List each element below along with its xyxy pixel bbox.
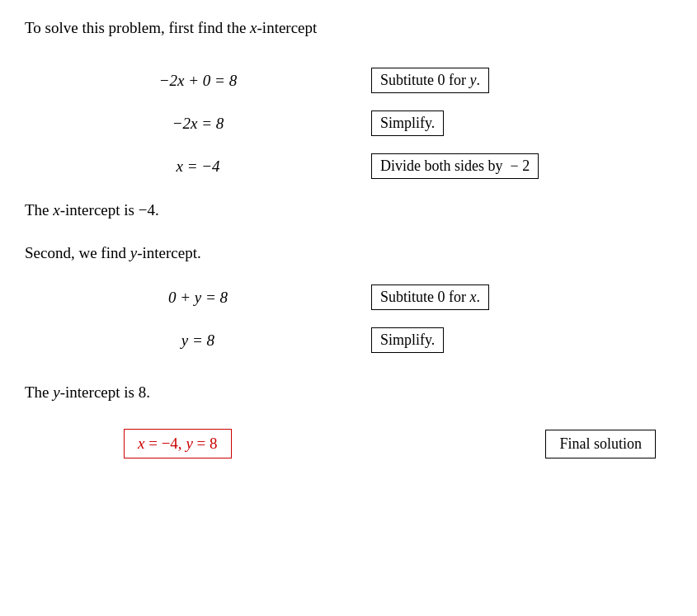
section2: 0 + y = 8 Subtitute 0 for x. y = 8 Simpl… (25, 282, 672, 356)
math-row-5: y = 8 Simplify. (25, 325, 672, 356)
expr-1: −2x + 0 = 8 (25, 72, 371, 90)
final-solution-label: Final solution (545, 430, 656, 458)
math-row-3: x = −4 Divide both sides by − 2 (25, 151, 672, 182)
annotation-1: Subtitute 0 for y. (371, 68, 489, 93)
x-intercept-text: The x-intercept is −4. (25, 199, 672, 223)
math-row-1: −2x + 0 = 8 Subtitute 0 for y. (25, 65, 672, 96)
final-answer-box: x = −4, y = 8 (124, 429, 232, 458)
section1: −2x + 0 = 8 Subtitute 0 for y. −2x = 8 S… (25, 65, 672, 182)
math-row-4: 0 + y = 8 Subtitute 0 for x. (25, 282, 672, 313)
final-row: x = −4, y = 8 Final solution (25, 429, 672, 458)
intro-text: To solve this problem, first find the x-… (25, 16, 672, 40)
annotation-2: Simplify. (371, 111, 444, 136)
expr-4: 0 + y = 8 (25, 289, 371, 307)
expr-5: y = 8 (25, 332, 371, 350)
annotation-5: Simplify. (371, 327, 444, 353)
y-intercept-text: The y-intercept is 8. (25, 381, 672, 405)
intro2-text: Second, we find y-intercept. (25, 242, 672, 266)
annotation-3: Divide both sides by − 2 (371, 153, 539, 179)
math-row-2: −2x = 8 Simplify. (25, 108, 672, 139)
annotation-4: Subtitute 0 for x. (371, 284, 489, 310)
expr-2: −2x = 8 (25, 115, 371, 133)
expr-3: x = −4 (25, 158, 371, 176)
